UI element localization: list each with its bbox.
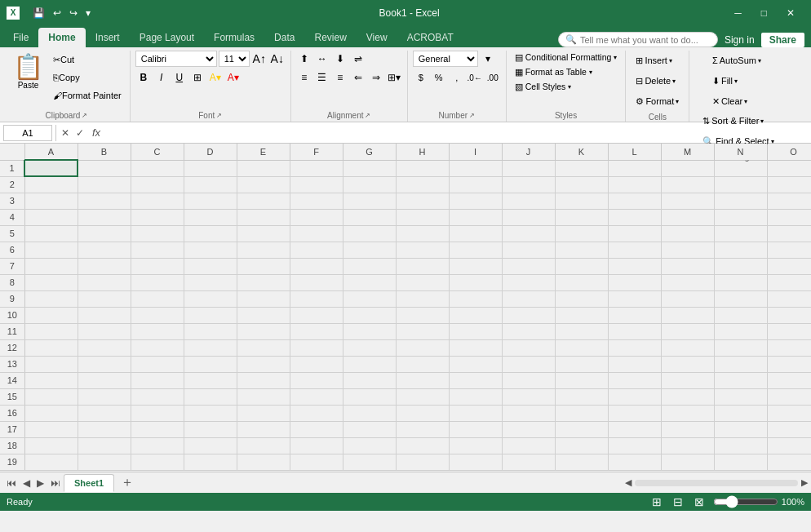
cell-M8[interactable]: [661, 274, 714, 290]
number-format-select[interactable]: General: [413, 51, 478, 67]
cell-D7[interactable]: [184, 258, 237, 274]
cell-A17[interactable]: [24, 421, 78, 437]
cell-O12[interactable]: [767, 339, 811, 356]
cell-N7[interactable]: [714, 258, 767, 274]
cell-N6[interactable]: [714, 242, 767, 258]
cell-N19[interactable]: [714, 454, 767, 470]
sheet-nav-next[interactable]: ▶: [33, 476, 47, 490]
cell-E3[interactable]: [237, 193, 290, 209]
cell-F19[interactable]: [290, 454, 343, 470]
row-header-14[interactable]: 14: [0, 372, 24, 388]
row-header-18[interactable]: 18: [0, 437, 24, 454]
cell-H12[interactable]: [396, 339, 449, 356]
cell-K6[interactable]: [555, 242, 608, 258]
cell-I14[interactable]: [449, 372, 502, 388]
cell-G9[interactable]: [343, 290, 396, 307]
cell-B5[interactable]: [78, 225, 131, 242]
align-left-button[interactable]: ≡: [296, 69, 312, 86]
cell-I9[interactable]: [449, 290, 502, 307]
cell-H2[interactable]: [396, 176, 449, 193]
cell-B9[interactable]: [78, 290, 131, 307]
cell-B14[interactable]: [78, 372, 131, 388]
cell-I10[interactable]: [449, 307, 502, 323]
cell-F2[interactable]: [290, 176, 343, 193]
cell-F7[interactable]: [290, 258, 343, 274]
cell-A1[interactable]: [24, 160, 78, 176]
sheet-nav-first[interactable]: ⏮: [3, 476, 20, 490]
cell-M12[interactable]: [661, 339, 714, 356]
cell-M9[interactable]: [661, 290, 714, 307]
underline-button[interactable]: U: [171, 69, 188, 86]
align-right-button[interactable]: ≡: [332, 69, 348, 86]
cell-F13[interactable]: [290, 356, 343, 372]
copy-button[interactable]: ⎘ Copy: [50, 69, 125, 86]
font-size-select[interactable]: 11: [219, 51, 250, 67]
cell-J7[interactable]: [502, 258, 555, 274]
cell-I6[interactable]: [449, 242, 502, 258]
tab-view[interactable]: View: [357, 28, 397, 47]
cell-N2[interactable]: [714, 176, 767, 193]
formula-confirm-button[interactable]: ✓: [74, 126, 86, 140]
cell-L2[interactable]: [608, 176, 661, 193]
cell-N1[interactable]: [714, 160, 767, 176]
cell-B17[interactable]: [78, 421, 131, 437]
cell-F15[interactable]: [290, 388, 343, 405]
cell-N8[interactable]: [714, 274, 767, 290]
cell-J10[interactable]: [502, 307, 555, 323]
cell-I18[interactable]: [449, 437, 502, 454]
cell-I15[interactable]: [449, 388, 502, 405]
cell-K14[interactable]: [555, 372, 608, 388]
format-painter-button[interactable]: 🖌 Format Painter: [50, 86, 125, 104]
merge-center-button[interactable]: ⊞▾: [386, 69, 402, 86]
maximize-button[interactable]: □: [751, 4, 777, 22]
row-header-4[interactable]: 4: [0, 209, 24, 225]
cell-N14[interactable]: [714, 372, 767, 388]
cell-C16[interactable]: [131, 405, 184, 421]
cell-D12[interactable]: [184, 339, 237, 356]
decrease-decimal-button[interactable]: .0←: [467, 69, 483, 86]
cell-M17[interactable]: [661, 421, 714, 437]
row-header-15[interactable]: 15: [0, 388, 24, 405]
cell-H11[interactable]: [396, 323, 449, 339]
italic-button[interactable]: I: [153, 69, 170, 86]
cell-A12[interactable]: [24, 339, 78, 356]
cell-B12[interactable]: [78, 339, 131, 356]
cell-E18[interactable]: [237, 437, 290, 454]
cell-F3[interactable]: [290, 193, 343, 209]
cell-H18[interactable]: [396, 437, 449, 454]
number-format-expand-button[interactable]: ▾: [480, 51, 496, 67]
cell-B1[interactable]: [78, 160, 131, 176]
close-button[interactable]: ✕: [777, 4, 804, 22]
cell-H14[interactable]: [396, 372, 449, 388]
cell-E13[interactable]: [237, 356, 290, 372]
cell-K8[interactable]: [555, 274, 608, 290]
cell-M1[interactable]: [661, 160, 714, 176]
fill-button[interactable]: ⬇ Fill ▾: [707, 71, 742, 91]
cell-K13[interactable]: [555, 356, 608, 372]
cell-L19[interactable]: [608, 454, 661, 470]
row-header-11[interactable]: 11: [0, 323, 24, 339]
cell-H3[interactable]: [396, 193, 449, 209]
format-button[interactable]: ⚙ Format ▾: [631, 91, 684, 111]
cell-M6[interactable]: [661, 242, 714, 258]
col-header-I[interactable]: I: [449, 144, 502, 160]
cell-M7[interactable]: [661, 258, 714, 274]
cell-A2[interactable]: [24, 176, 78, 193]
cell-L9[interactable]: [608, 290, 661, 307]
insert-button[interactable]: ⊞ Insert ▾: [631, 51, 677, 70]
tab-review[interactable]: Review: [304, 28, 356, 47]
cell-O14[interactable]: [767, 372, 811, 388]
cell-C3[interactable]: [131, 193, 184, 209]
cell-O1[interactable]: [767, 160, 811, 176]
delete-button[interactable]: ⊟ Delete ▾: [631, 71, 680, 91]
cell-C14[interactable]: [131, 372, 184, 388]
cell-D2[interactable]: [184, 176, 237, 193]
cell-K15[interactable]: [555, 388, 608, 405]
cell-K3[interactable]: [555, 193, 608, 209]
cell-J1[interactable]: [502, 160, 555, 176]
cell-M15[interactable]: [661, 388, 714, 405]
cell-C15[interactable]: [131, 388, 184, 405]
cell-D17[interactable]: [184, 421, 237, 437]
cell-J12[interactable]: [502, 339, 555, 356]
tab-home[interactable]: Home: [38, 28, 85, 47]
